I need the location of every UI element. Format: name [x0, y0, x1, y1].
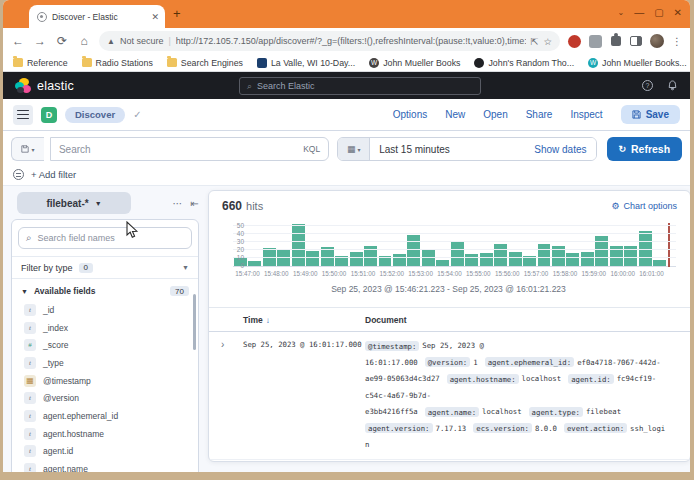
field-item-agenthostname[interactable]: tagent.hostname	[12, 425, 198, 443]
help-icon[interactable]: ?	[642, 80, 653, 91]
histogram-bar[interactable]	[292, 224, 305, 266]
back-icon[interactable]: ←	[11, 34, 25, 48]
histogram-bar[interactable]	[350, 252, 363, 266]
doc-field-key[interactable]: agent.hostname:	[447, 374, 519, 384]
histogram-bar[interactable]	[451, 242, 464, 266]
bookmark-item[interactable]: John's Random Tho...	[474, 58, 574, 68]
profile-avatar[interactable]	[650, 34, 664, 48]
doc-field-key[interactable]: @timestamp:	[365, 341, 419, 351]
field-item-id[interactable]: t_id	[12, 301, 198, 319]
kql-label[interactable]: KQL	[303, 144, 320, 154]
column-header-time[interactable]: Time↓	[243, 315, 365, 325]
new-button[interactable]: New	[445, 109, 465, 120]
bookmark-item[interactable]: WJohn Mueller Books	[369, 58, 460, 68]
expand-row-button[interactable]: ›	[217, 338, 243, 454]
new-tab-button[interactable]: +	[173, 6, 181, 21]
histogram-bar[interactable]	[393, 254, 406, 266]
saved-query-menu-button[interactable]: ▾	[11, 137, 44, 161]
histogram-bar[interactable]	[509, 252, 522, 266]
field-item-agentname[interactable]: tagent.name	[12, 460, 198, 472]
window-close-button[interactable]: ✕	[674, 7, 682, 18]
field-item-version[interactable]: t@version	[12, 389, 198, 407]
bookmark-item[interactable]: La Valle, WI 10-Day...	[257, 58, 355, 68]
share-icon[interactable]: ⇱	[531, 36, 539, 47]
global-search-input[interactable]: ⌕ Search Elastic	[239, 77, 481, 95]
field-item-type[interactable]: t_type	[12, 354, 198, 372]
filter-settings-icon[interactable]	[13, 169, 24, 180]
date-quick-menu-button[interactable]: ▦ ▾	[338, 138, 370, 160]
bookmark-item[interactable]: Search Engines	[167, 58, 243, 68]
elastic-logo-icon[interactable]	[15, 78, 31, 94]
options-button[interactable]: Options	[393, 109, 427, 120]
field-item-agentephemeralid[interactable]: tagent.ephemeral_id	[12, 407, 198, 425]
column-header-document[interactable]: Document	[365, 315, 676, 325]
window-maximize-button[interactable]: ▢	[654, 7, 663, 18]
histogram-bar[interactable]	[494, 244, 507, 266]
doc-field-key[interactable]: agent.type:	[529, 407, 583, 417]
doc-field-key[interactable]: agent.ephemeral_id:	[485, 357, 574, 367]
reload-icon[interactable]: ⟳	[55, 34, 69, 48]
histogram-bar[interactable]	[480, 253, 493, 266]
refresh-button[interactable]: ↻ Refresh	[607, 137, 682, 161]
field-item-score[interactable]: #_score	[12, 336, 198, 354]
available-fields-header[interactable]: ▼ Available fields 70	[12, 281, 198, 301]
histogram-bar[interactable]	[248, 261, 261, 266]
histogram-bar[interactable]	[566, 253, 579, 266]
field-item-agentid[interactable]: tagent.id	[12, 443, 198, 461]
histogram-bar[interactable]	[538, 244, 551, 266]
extensions-puzzle-icon[interactable]	[611, 36, 621, 46]
url-text[interactable]: http://172.105.7.150/app/discover#/?_g=(…	[176, 36, 526, 46]
histogram-bar[interactable]	[422, 250, 435, 266]
histogram-bar[interactable]	[407, 235, 420, 266]
histogram-bar[interactable]	[465, 254, 478, 266]
open-button[interactable]: Open	[483, 109, 507, 120]
not-secure-label[interactable]: Not secure	[120, 36, 164, 46]
bookmark-item[interactable]: WJohn Mueller Books...	[588, 58, 687, 68]
bookmark-item[interactable]: Reference	[13, 58, 68, 68]
not-secure-warning-icon[interactable]: ▲	[107, 37, 115, 46]
inspect-button[interactable]: Inspect	[570, 109, 602, 120]
field-settings-icon[interactable]: ⋯	[173, 198, 183, 209]
tab-search-icon[interactable]: ⌄	[617, 8, 624, 17]
collapse-sidebar-icon[interactable]: ⇤	[191, 198, 199, 209]
address-bar[interactable]: ▲ Not secure | http://172.105.7.150/app/…	[99, 31, 560, 51]
breadcrumb[interactable]: Discover	[65, 107, 125, 123]
alerts-bell-icon[interactable]	[667, 80, 678, 92]
field-item-timestamp[interactable]: ▦@timestamp	[12, 372, 198, 390]
show-dates-button[interactable]: Show dates	[534, 144, 586, 155]
field-item-index[interactable]: t_index	[12, 319, 198, 337]
field-search-input[interactable]: ⌕ Search field names	[18, 227, 192, 249]
share-button[interactable]: Share	[526, 109, 553, 120]
window-minimize-button[interactable]: —	[634, 7, 644, 18]
doc-field-key[interactable]: ecs.version:	[473, 423, 532, 433]
save-button[interactable]: Save	[621, 105, 680, 124]
add-filter-button[interactable]: + Add filter	[31, 169, 76, 180]
histogram-bar[interactable]	[581, 252, 594, 266]
histogram-chart[interactable]: 01020304050 15:47:0015:48:0015:49:0015:5…	[217, 223, 680, 301]
doc-field-key[interactable]: agent.version:	[365, 423, 433, 433]
bookmark-item[interactable]: Radio Stations	[82, 58, 153, 68]
doc-field-key[interactable]: agent.id:	[568, 374, 614, 384]
query-search-input[interactable]: Search KQL	[50, 137, 329, 161]
extension-screenshot-icon[interactable]	[589, 35, 602, 48]
bookmark-star-icon[interactable]: ☆	[543, 36, 552, 47]
histogram-bar[interactable]	[277, 250, 290, 266]
histogram-bar[interactable]	[653, 260, 666, 266]
chart-options-button[interactable]: ⚙ Chart options	[611, 201, 677, 211]
forward-icon[interactable]: →	[33, 34, 47, 48]
home-icon[interactable]: ⌂	[77, 34, 91, 48]
browser-tab[interactable]: Discover - Elastic ✕	[29, 5, 165, 28]
histogram-bar[interactable]	[306, 251, 319, 266]
doc-field-key[interactable]: @version:	[425, 357, 471, 367]
index-pattern-switcher[interactable]: filebeat-* ▼	[17, 192, 131, 214]
doc-field-key[interactable]: event.action:	[564, 423, 627, 433]
extension-shield-icon[interactable]	[568, 35, 581, 48]
browser-menu-icon[interactable]: ⋮	[672, 36, 682, 47]
doc-field-key[interactable]: agent.name:	[425, 407, 479, 417]
space-avatar[interactable]: D	[41, 107, 57, 123]
sidebar-scrollbar[interactable]	[193, 294, 196, 350]
histogram-bar[interactable]	[436, 260, 449, 266]
tab-close-icon[interactable]: ✕	[151, 12, 159, 22]
time-range-value[interactable]: Last 15 minutes	[379, 144, 534, 155]
menu-hamburger-icon[interactable]	[13, 105, 33, 125]
